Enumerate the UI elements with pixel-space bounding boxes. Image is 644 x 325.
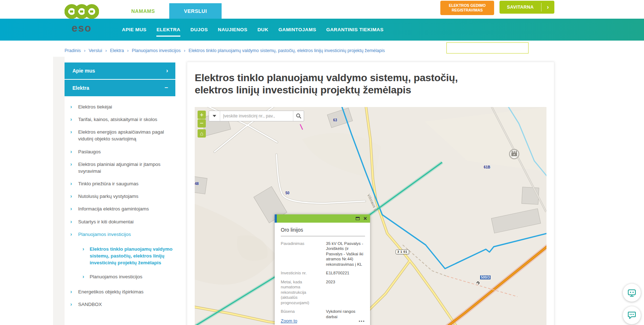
sidebar-item-paslaugos[interactable]: ›Paslaugos [65, 148, 174, 155]
parcel-label: 50 [285, 191, 289, 195]
chevron-right-icon: › [70, 129, 72, 136]
sidebar-item-informacija-gamintojams[interactable]: ›Informacija elektros gamintojams [65, 205, 174, 212]
page-title: Elektros tinklo planuojamų valdymo siste… [195, 71, 492, 96]
sidebar-item-label: SANDBOX [78, 302, 102, 307]
attribute-label: Būsena [281, 309, 321, 319]
more-options-button[interactable]: ••• [359, 319, 365, 323]
breadcrumb-elektra[interactable]: Elektra [110, 48, 124, 53]
map-search-button[interactable] [293, 111, 304, 121]
sidebar-item-apskaiciavimas[interactable]: ›Elektros energijos apskaičiavimas pagal… [65, 129, 174, 142]
sidebar-section-label: Elektra [72, 85, 89, 91]
nav-elektra[interactable]: ELEKTRA [156, 23, 180, 37]
chevron-separator-icon: › [105, 48, 107, 53]
tab-verslui[interactable]: VERSLUI [169, 3, 222, 19]
sidebar-section-apie-mus[interactable]: Apie mus › [65, 62, 175, 79]
breadcrumb-current-page: Elektros tinklo planuojamų valdymo siste… [189, 48, 385, 53]
dropdown-arrow-icon [213, 115, 216, 117]
sidebar-item-label: Planuojamos investicijos [78, 232, 131, 237]
chevron-right-icon: › [70, 103, 72, 111]
nav-garantinis-tiekimas[interactable]: GARANTINIS TIEKIMAS [326, 23, 384, 37]
sidebar-subitem-planuojamos-investicijos[interactable]: ›Planuojamos investicijos [65, 273, 174, 280]
sidebar-item-label: Elektros tinklo planuojamų valdymo siste… [90, 246, 172, 265]
content-card: Elektros tinklo planuojamų valdymo siste… [187, 62, 554, 325]
dock-window-icon[interactable] [356, 217, 360, 220]
collapse-minus-icon: − [165, 84, 168, 92]
sidebar-section-elektra[interactable]: Elektra − [65, 80, 175, 96]
page-gutter [53, 57, 65, 325]
sidebar-item-elektros-tiekejai[interactable]: ›Elektros tiekėjai [65, 103, 174, 110]
attribute-value: 2023 [326, 279, 365, 305]
chevron-right-icon: › [166, 67, 168, 74]
map-search-input[interactable] [220, 111, 293, 121]
zoom-out-button[interactable]: − [198, 119, 206, 127]
zoom-in-button[interactable]: + [198, 111, 206, 119]
nav-dujos[interactable]: DUJOS [190, 23, 208, 37]
sidebar-item-label: Elektros planiniai atjungimai ir įtampos… [78, 162, 161, 174]
chevron-right-icon: › [70, 116, 72, 123]
map-search-widget [209, 111, 304, 121]
popup-footer: Zoom to ••• [281, 319, 365, 324]
chevron-right-icon: › [70, 301, 72, 308]
chat-bubble-icon [627, 311, 636, 320]
self-service-button[interactable]: SAVITARNA › [499, 1, 554, 14]
close-icon[interactable]: ✕ [363, 216, 367, 221]
eso-logo-icon [65, 2, 99, 21]
popup-header[interactable]: ✕ [275, 214, 370, 223]
nav-gamintojams[interactable]: GAMINTOJAMS [278, 23, 316, 37]
sidebar-section-label: Apie mus [72, 68, 95, 74]
investment-projects-map[interactable]: 63 48 50 61B Vilniaus g 3 1 01 500/3 + −… [195, 107, 546, 325]
sidebar-item-label: Elektros tiekėjai [78, 104, 112, 110]
main-nav-items: APIE MUS ELEKTRA DUJOS NAUJIENOS DUK GAM… [122, 19, 384, 41]
self-service-label: SAVITARNA [499, 5, 541, 10]
sidebar-item-energetikos-objektu[interactable]: ›Energetikos objektų išpirkimas [65, 288, 174, 295]
breadcrumb-pradinis[interactable]: Pradinis [65, 48, 81, 53]
chevron-right-icon: › [82, 246, 84, 253]
assistant-icon [627, 288, 636, 297]
attribute-label: Pavadinimas [281, 241, 321, 267]
sidebar-item-label: Planuojamos investicijos [90, 274, 142, 279]
chat-button[interactable] [623, 306, 641, 324]
virtual-assistant-button[interactable] [623, 284, 641, 302]
breadcrumb: Pradinis › Verslui › Elektra › Planuojam… [65, 48, 385, 53]
language-code: LT [535, 45, 541, 50]
chevron-right-icon: › [70, 161, 72, 168]
popup-attribute-table: Pavadinimas 35 kV OL Pasvalys - Joniškėl… [281, 241, 365, 319]
tab-namams[interactable]: NAMAMS [117, 3, 169, 19]
top-bar: eso NAMAMS VERSLUI ELEKTROS GEDIMO REGIS… [0, 0, 644, 19]
nav-apie-mus[interactable]: APIE MUS [122, 23, 146, 37]
chevron-right-icon: › [70, 231, 72, 238]
home-extent-button[interactable]: ⌂ [198, 129, 206, 138]
site-search-input[interactable] [451, 45, 519, 51]
sidebar-item-sandbox[interactable]: ›SANDBOX [65, 301, 174, 308]
zoom-to-link[interactable]: Zoom to [281, 319, 297, 324]
sidebar-item-planuojamos-investicijos[interactable]: ›Planuojamos investicijos [65, 231, 174, 238]
outage-line2: REGISTRAVIMAS [452, 8, 483, 12]
outage-registration-button[interactable]: ELEKTROS GEDIMO REGISTRAVIMAS [440, 1, 494, 15]
sidebar-item-sutartys[interactable]: ›Sutartys ir kiti dokumentai [65, 218, 174, 225]
substation-icon [510, 149, 519, 159]
chevron-right-icon: › [70, 193, 72, 200]
sidebar-item-label: Nutolusių parkų vystytojams [78, 194, 138, 199]
search-source-dropdown[interactable] [209, 111, 220, 121]
sidebar-menu: ›Elektros tiekėjai ›Tarifai, kainos, ats… [65, 103, 174, 308]
logo-wordmark: eso [72, 22, 92, 34]
popup-body: Oro linijos Pavadinimas 35 kV OL Pasvaly… [275, 223, 370, 319]
breadcrumb-planuojamos-investicijos[interactable]: Planuojamos investicijos [132, 48, 181, 53]
nav-duk[interactable]: DUK [257, 23, 268, 37]
chevron-right-icon: › [82, 273, 84, 280]
map-base-layer [195, 107, 546, 325]
sidebar-item-tinklo-prieziura[interactable]: ›Tinklo priežiūra ir saugumas [65, 180, 174, 187]
search-icon[interactable] [519, 45, 525, 51]
chevron-right-icon: › [70, 205, 72, 213]
sidebar-item-label: Sutartys ir kiti dokumentai [78, 219, 134, 224]
sidebar-subitem-projektu-zemelapis[interactable]: ›Elektros tinklo planuojamų valdymo sist… [65, 246, 174, 266]
breadcrumb-verslui[interactable]: Verslui [89, 48, 102, 53]
eso-logo[interactable]: eso [65, 2, 99, 34]
sidebar-item-nutolusiu-parku[interactable]: ›Nutolusių parkų vystytojams [65, 193, 174, 200]
sidebar-item-tarifai[interactable]: ›Tarifai, kainos, atsiskaitymai ir skolo… [65, 116, 174, 123]
selected-feature-label: 500/3 [480, 275, 491, 279]
language-selector[interactable]: LT [535, 45, 545, 50]
parcel-label: 61B [484, 165, 490, 169]
nav-naujienos[interactable]: NAUJIENOS [218, 23, 247, 37]
sidebar-item-planiniai-atjungimai[interactable]: ›Elektros planiniai atjungimai ir įtampo… [65, 161, 174, 175]
